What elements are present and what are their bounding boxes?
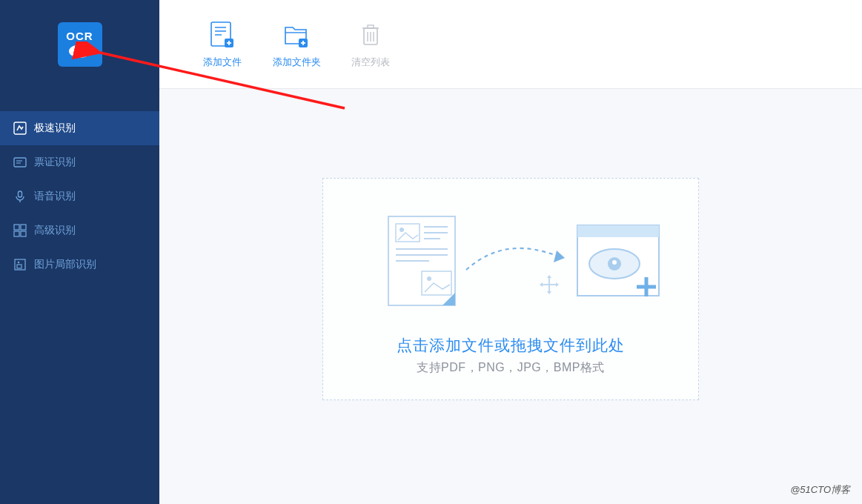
- svg-rect-4: [14, 158, 26, 167]
- sidebar-item-advanced[interactable]: 高级识别: [0, 213, 159, 248]
- sidebar-item-crop[interactable]: 图片局部识别: [0, 248, 159, 282]
- svg-rect-9: [14, 225, 19, 230]
- trash-icon: [357, 20, 385, 48]
- svg-rect-30: [368, 25, 374, 28]
- sidebar-item-label: 语音识别: [34, 190, 76, 203]
- svg-point-36: [399, 228, 404, 232]
- svg-rect-14: [17, 265, 21, 268]
- eye-icon: [67, 43, 93, 59]
- toolbar-label: 添加文件: [203, 56, 242, 69]
- add-file-button[interactable]: 添加文件: [189, 20, 256, 69]
- watermark: @51CTO博客: [790, 483, 850, 497]
- crop-icon: [13, 258, 27, 271]
- logo-area: OCR: [0, 0, 159, 111]
- dropzone-illustration: [355, 203, 666, 322]
- ticket-icon: [13, 156, 27, 169]
- sidebar-item-ticket[interactable]: 票证识别: [0, 145, 159, 179]
- svg-rect-48: [577, 225, 659, 237]
- toolbar-label: 清空列表: [351, 56, 390, 69]
- svg-rect-12: [21, 231, 26, 236]
- clear-list-button[interactable]: 清空列表: [337, 20, 404, 69]
- toolbar-label: 添加文件夹: [273, 56, 321, 69]
- speed-icon: [13, 122, 27, 135]
- sidebar: OCR 极速识别 票证识别 语音识别: [0, 0, 159, 504]
- svg-rect-3: [14, 122, 26, 134]
- add-file-icon: [208, 20, 236, 48]
- sidebar-item-label: 极速识别: [34, 122, 76, 135]
- dropzone-subtitle: 支持PDF，PNG，JPG，BMP格式: [417, 360, 605, 376]
- svg-point-2: [79, 50, 82, 53]
- advanced-icon: [13, 224, 27, 237]
- app-logo: OCR: [58, 22, 102, 67]
- svg-rect-11: [14, 231, 19, 236]
- toolbar: 添加文件 添加文件夹 清空列表: [159, 0, 862, 89]
- add-folder-button[interactable]: 添加文件夹: [263, 20, 330, 69]
- svg-point-44: [427, 276, 431, 281]
- main-area: 添加文件 添加文件夹 清空列表: [159, 0, 862, 504]
- svg-rect-7: [19, 191, 22, 197]
- svg-point-52: [612, 260, 617, 265]
- dropzone[interactable]: 点击添加文件或拖拽文件到此处 支持PDF，PNG，JPG，BMP格式: [322, 178, 699, 400]
- content-area: 点击添加文件或拖拽文件到此处 支持PDF，PNG，JPG，BMP格式: [159, 89, 862, 504]
- sidebar-item-voice[interactable]: 语音识别: [0, 179, 159, 213]
- svg-rect-10: [21, 225, 26, 230]
- sidebar-item-speed[interactable]: 极速识别: [0, 111, 159, 145]
- svg-point-15: [18, 262, 20, 264]
- sidebar-item-label: 图片局部识别: [34, 258, 96, 271]
- sidebar-item-label: 高级识别: [34, 224, 76, 237]
- sidebar-item-label: 票证识别: [34, 156, 76, 169]
- dropzone-title: 点击添加文件或拖拽文件到此处: [397, 335, 625, 356]
- mic-icon: [13, 190, 27, 203]
- logo-text: OCR: [66, 30, 93, 42]
- add-folder-icon: [282, 20, 311, 48]
